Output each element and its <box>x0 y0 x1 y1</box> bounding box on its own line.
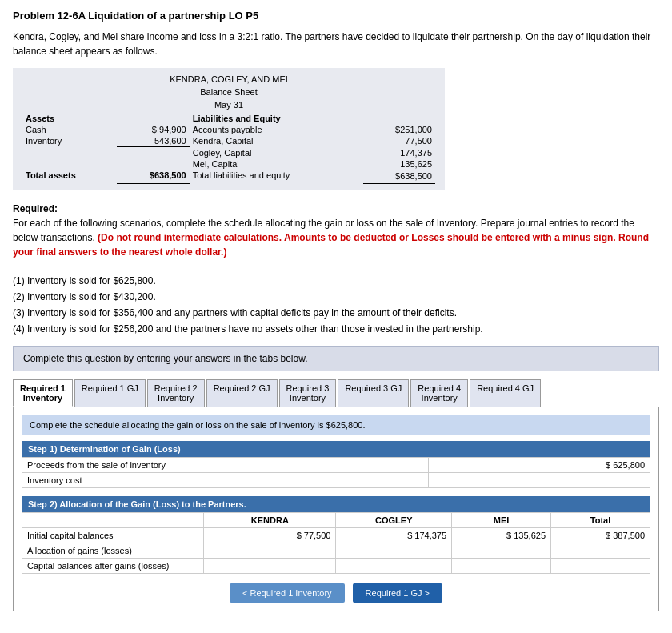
scenario-4: (4) Inventory is sold for $256,200 and t… <box>13 322 659 336</box>
tab-req2-inv-line1: Required 2 <box>154 383 198 393</box>
inventory-cost-label: Inventory cost <box>22 472 429 487</box>
total-assets-label: Total assets <box>22 170 117 182</box>
tab-req1-inv-line2: Inventory <box>20 393 66 403</box>
question-box: Complete this question by entering your … <box>13 346 659 371</box>
mei-after-cell[interactable] <box>452 558 551 573</box>
kendra-allocation-input[interactable] <box>209 546 330 555</box>
mei-allocation-cell[interactable] <box>452 543 551 558</box>
total-liabilities-label: Total liabilities and equity <box>190 170 363 182</box>
kendra-after-input[interactable] <box>209 561 330 571</box>
tab-req2-gj[interactable]: Required 2 GJ <box>206 379 278 407</box>
scenario-1: (1) Inventory is sold for $625,800. <box>13 274 659 288</box>
proceeds-value: $ 625,800 <box>428 457 650 472</box>
kendra-capital-value: 77,500 <box>363 135 435 147</box>
step2-header: Step 2) Allocation of the Gain (Loss) to… <box>22 496 650 512</box>
initial-capital-label: Initial capital balances <box>22 527 204 543</box>
mei-after-input[interactable] <box>457 561 546 571</box>
tab-req3-gj[interactable]: Required 3 GJ <box>338 379 409 407</box>
cogley-allocation-input[interactable] <box>341 546 446 555</box>
cogley-allocation-cell[interactable] <box>336 543 452 558</box>
step2-table: KENDRA COGLEY MEI Total Initial capital … <box>22 512 650 574</box>
total-after-cell[interactable] <box>551 558 650 573</box>
mei-header: MEI <box>452 512 551 527</box>
mei-capital-value: 135,625 <box>363 158 435 170</box>
table-row[interactable]: Inventory cost <box>22 472 650 487</box>
kendra-allocation-cell[interactable] <box>204 543 336 558</box>
kendra-initial: $ 77,500 <box>204 527 336 543</box>
inventory-cost-input[interactable] <box>428 472 650 487</box>
tab-req1-gj[interactable]: Required 1 GJ <box>74 379 146 407</box>
tab-req1-inv-line1: Required 1 <box>20 383 66 393</box>
total-header: Total <box>551 512 650 527</box>
next-button[interactable]: Required 1 GJ > <box>353 583 442 603</box>
total-allocation-cell[interactable] <box>551 543 650 558</box>
cogley-header: COGLEY <box>336 512 452 527</box>
cogley-after-input[interactable] <box>341 561 446 571</box>
total-liabilities-value: $638,500 <box>363 170 435 182</box>
scenario-3: (3) Inventory is sold for $356,400 and a… <box>13 306 659 320</box>
tab-req4-inv-line2: Inventory <box>418 393 461 403</box>
inventory-value: 543,600 <box>117 135 189 147</box>
tab-req2-inv-line2: Inventory <box>154 393 198 403</box>
page-title: Problem 12-6A Liquidation of a partnersh… <box>13 10 659 22</box>
bs-subtitle: Balance Sheet <box>22 87 435 97</box>
table-row[interactable]: Capital balances after gains (losses) <box>22 558 650 573</box>
mei-initial: $ 135,625 <box>452 527 551 543</box>
liabilities-header: Liabilities and Equity <box>190 113 363 124</box>
required-section: Required: For each of the following scen… <box>13 202 659 336</box>
inventory-label: Inventory <box>22 135 117 147</box>
cogley-capital-value: 174,375 <box>363 147 435 158</box>
nav-buttons: < Required 1 Inventory Required 1 GJ > <box>22 583 650 603</box>
bs-company: KENDRA, COGLEY, AND MEI <box>22 74 435 84</box>
allocation-label: Allocation of gains (losses) <box>22 543 204 558</box>
tab-req4-gj[interactable]: Required 4 GJ <box>470 379 541 407</box>
prev-button[interactable]: < Required 1 Inventory <box>230 583 345 603</box>
table-row[interactable]: Allocation of gains (losses) <box>22 543 650 558</box>
inventory-cost-field[interactable] <box>434 475 645 485</box>
tab-req1-gj-line1: Required 1 GJ <box>82 383 138 393</box>
proceeds-label: Proceeds from the sale of inventory <box>22 457 429 472</box>
tab-req2-inventory[interactable]: Required 2 Inventory <box>147 379 205 407</box>
intro-text: Kendra, Cogley, and Mei share income and… <box>13 30 659 58</box>
cogley-after-cell[interactable] <box>336 558 452 573</box>
table-row: Initial capital balances $ 77,500 $ 174,… <box>22 527 650 543</box>
scenarios-list: (1) Inventory is sold for $625,800. (2) … <box>13 274 659 336</box>
mei-allocation-input[interactable] <box>457 546 546 555</box>
cogley-capital-label: Cogley, Capital <box>190 147 363 158</box>
capital-after-label: Capital balances after gains (losses) <box>22 558 204 573</box>
ap-value: $251,000 <box>363 124 435 135</box>
cash-value: $ 94,900 <box>117 124 189 135</box>
balance-sheet: KENDRA, COGLEY, AND MEI Balance Sheet Ma… <box>13 68 445 190</box>
tab-content: Complete the schedule allocating the gai… <box>13 407 659 611</box>
mei-capital-label: Mei, Capital <box>190 158 363 170</box>
tabs-container[interactable]: Required 1 Inventory Required 1 GJ Requi… <box>13 379 659 407</box>
step1-header: Step 1) Determination of Gain (Loss) <box>22 441 650 457</box>
content-instruction: Complete the schedule allocating the gai… <box>22 415 650 435</box>
total-assets-value: $638,500 <box>117 170 189 182</box>
total-allocation-input[interactable] <box>556 546 645 555</box>
tab-req4-inv-line1: Required 4 <box>418 383 461 393</box>
table-row: Proceeds from the sale of inventory $ 62… <box>22 457 650 472</box>
total-after-input[interactable] <box>556 561 645 571</box>
total-initial: $ 387,500 <box>551 527 650 543</box>
required-intro: For each of the following scenarios, com… <box>13 216 659 259</box>
tab-req3-inv-line1: Required 3 <box>286 383 330 393</box>
tab-req1-inventory[interactable]: Required 1 Inventory <box>13 379 73 407</box>
tab-req3-inventory[interactable]: Required 3 Inventory <box>279 379 337 407</box>
cogley-initial: $ 174,375 <box>336 527 452 543</box>
step2-empty-header <box>22 512 204 527</box>
assets-header: Assets <box>22 113 117 124</box>
tab-req4-inventory[interactable]: Required 4 Inventory <box>410 379 468 407</box>
tab-req3-inv-line2: Inventory <box>286 393 330 403</box>
kendra-header: KENDRA <box>204 512 336 527</box>
step2-header-row: KENDRA COGLEY MEI Total <box>22 512 650 527</box>
kendra-after-cell[interactable] <box>204 558 336 573</box>
step1-table: Proceeds from the sale of inventory $ 62… <box>22 457 650 488</box>
tab-req2-gj-line1: Required 2 GJ <box>214 383 270 393</box>
bs-date: May 31 <box>22 100 435 110</box>
cash-label: Cash <box>22 124 117 135</box>
scenario-2: (2) Inventory is sold for $430,200. <box>13 290 659 304</box>
ap-label: Accounts payable <box>190 124 363 135</box>
kendra-capital-label: Kendra, Capital <box>190 135 363 147</box>
tab-req3-gj-line1: Required 3 GJ <box>345 383 402 393</box>
